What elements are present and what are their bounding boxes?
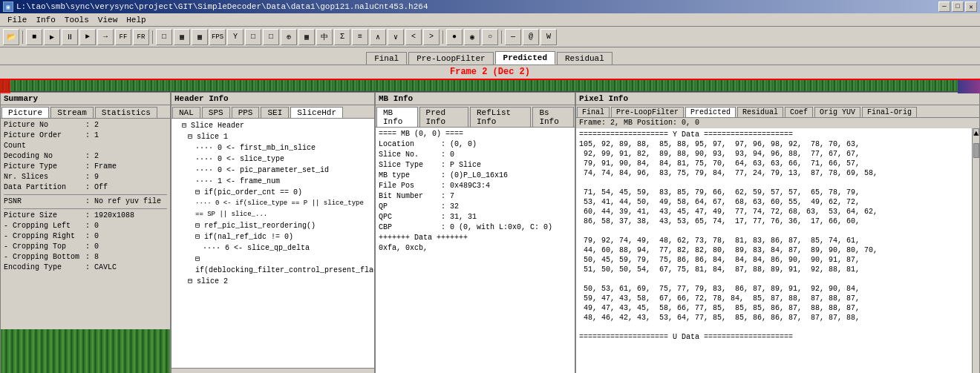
mb-content: ==== MB (0, 0) ==== Location : (0, 0) Sl… xyxy=(376,128,575,373)
tab-sei[interactable]: SEI xyxy=(261,107,289,118)
y-row-8: 79, 92, 74, 49, 48, 62, 73, 78, 81, 83, … xyxy=(579,236,969,245)
tb-cjk[interactable]: 中 xyxy=(316,29,333,45)
tb-w[interactable]: W xyxy=(540,29,557,45)
tab-pixel-final[interactable]: Final xyxy=(577,107,610,117)
tb-open[interactable]: 📂 xyxy=(3,29,19,45)
tab-predicted[interactable]: Predicted xyxy=(495,51,555,65)
y-row-blank2 xyxy=(579,226,969,236)
scroll-thumb[interactable] xyxy=(973,143,979,158)
tb-pause[interactable]: ⏸ xyxy=(62,29,78,45)
sk-cropleft: - Cropping Left xyxy=(4,221,85,231)
tree-pic-order: ⊟ if(pic_order_cnt == 0) xyxy=(173,187,373,198)
tab-picture[interactable]: Picture xyxy=(1,107,49,118)
tb-grid1[interactable]: ▦ xyxy=(174,29,190,45)
sk-cropright: - Cropping Right xyxy=(4,231,85,242)
y-row-blank3 xyxy=(579,274,969,284)
tb-play[interactable]: ▶ xyxy=(44,29,60,45)
tb-down[interactable]: ∨ xyxy=(388,29,404,45)
tb-fr[interactable]: FR xyxy=(133,29,149,45)
mb-qpc: QPC : 31, 31 xyxy=(379,212,572,222)
sv-enctype: : CAVLC xyxy=(85,263,167,273)
tab-sps[interactable]: SPS xyxy=(202,107,230,118)
scroll-up-btn[interactable]: ▲ xyxy=(973,128,979,136)
y-row-blank1 xyxy=(579,178,969,188)
tb-sigma[interactable]: Σ xyxy=(334,29,350,45)
mb-cbp: CBP : 0 (0, with L:0x0, C: 0) xyxy=(379,222,572,233)
sk-datapart: Data Partition xyxy=(4,182,85,193)
tb-circle3[interactable]: ○ xyxy=(482,29,498,45)
y-row-10: 50, 45, 59, 79, 75, 86, 86, 84, 84, 84, … xyxy=(579,255,969,265)
tree-slice-type2: ···· 0 <- if(slice_type == P || slice_ty… xyxy=(173,198,373,220)
mb-filepos: File Pos : 0x489C3:4 xyxy=(379,181,572,191)
tb-plus[interactable]: ⊕ xyxy=(281,29,297,45)
tb-stop[interactable]: ■ xyxy=(26,29,42,45)
tab-final[interactable]: Final xyxy=(366,52,407,65)
tb-next[interactable]: → xyxy=(97,29,114,45)
h-scrollbar[interactable] xyxy=(172,368,374,373)
tb-rect[interactable]: □ xyxy=(156,29,172,45)
sk-picno: Picture No xyxy=(4,120,85,131)
tb-box2[interactable]: □ xyxy=(263,29,279,45)
tb-circle2[interactable]: ◉ xyxy=(464,29,480,45)
tab-pixel-finalorig[interactable]: Final-Orig xyxy=(862,107,917,117)
tab-statistics[interactable]: Statistics xyxy=(95,107,157,118)
menu-info[interactable]: Info xyxy=(31,15,59,25)
header-title: Header Info xyxy=(172,93,374,105)
tab-pps[interactable]: PPS xyxy=(232,107,260,118)
tb-gt[interactable]: > xyxy=(423,29,440,45)
tb-y[interactable]: Y xyxy=(227,29,244,45)
tab-pixel-coef[interactable]: Coef xyxy=(785,107,813,117)
y-row-15: 48, 46, 42, 43, 53, 64, 77, 85, 85, 86, … xyxy=(579,313,969,323)
tab-bs-info[interactable]: Bs Info xyxy=(532,107,574,127)
tb-grid3[interactable]: ▦ xyxy=(298,29,315,45)
summary-sep2 xyxy=(4,208,167,209)
menu-file[interactable]: File xyxy=(3,15,31,25)
tab-reflist-info[interactable]: RefList Info xyxy=(470,107,531,127)
menu-view[interactable]: View xyxy=(94,15,122,25)
header-panel: Header Info NAL SPS PPS SEI SliceHdr ⊟ S… xyxy=(171,92,375,373)
tb-at[interactable]: @ xyxy=(523,29,539,45)
sep3 xyxy=(442,30,443,44)
tb-dash[interactable]: — xyxy=(505,29,521,45)
y-row-5: 53, 41, 44, 50, 49, 58, 64, 67, 68, 63, … xyxy=(579,197,969,207)
sv-datapart: : Off xyxy=(85,182,167,193)
tb-box[interactable]: □ xyxy=(245,29,261,45)
tab-pixel-residual[interactable]: Residual xyxy=(737,107,783,117)
tb-fps[interactable]: FPS xyxy=(209,29,226,45)
sk-poc: Picture Order Count xyxy=(4,131,85,151)
sk-cropbottom: - Cropping Bottom xyxy=(4,252,85,263)
menu-help[interactable]: Help xyxy=(122,15,150,25)
tb-circle1[interactable]: ● xyxy=(446,29,463,45)
tab-slicehdr[interactable]: SliceHdr xyxy=(290,107,343,118)
tree-content: ⊟ Slice Header ⊟ slice 1 ···· 0 <- first… xyxy=(172,119,374,368)
y-row-1: 92, 99, 91, 82, 89, 88, 90, 93, 93, 94, … xyxy=(579,149,969,159)
tab-pred-info[interactable]: Pred Info xyxy=(419,107,468,127)
y-row-blank4 xyxy=(579,323,969,332)
tb-lt[interactable]: < xyxy=(405,29,422,45)
tb-ff[interactable]: FF xyxy=(115,29,131,45)
y-row-9: 44, 60, 88, 94, 77, 82, 82, 80, 89, 83, … xyxy=(579,245,969,255)
mb-sliceno: Slice No. : 0 xyxy=(379,150,572,160)
mb-qp: QP : 32 xyxy=(379,202,572,212)
pixel-data-area: ==================== Y Data ============… xyxy=(576,128,979,373)
tab-nal[interactable]: NAL xyxy=(172,107,200,118)
tab-preloopfilter[interactable]: Pre-LoopFilter xyxy=(408,52,493,65)
y-row-14: 49, 47, 43, 45, 58, 66, 77, 85, 85, 85, … xyxy=(579,303,969,313)
tb-lines[interactable]: ≡ xyxy=(352,29,368,45)
tab-stream[interactable]: Stream xyxy=(50,107,94,118)
tb-up[interactable]: ∧ xyxy=(370,29,386,45)
tab-pixel-predicted[interactable]: Predicted xyxy=(685,107,736,117)
tab-residual[interactable]: Residual xyxy=(557,52,612,65)
tab-pixel-origyuv[interactable]: Orig YUV xyxy=(814,107,860,117)
tb-step-fwd[interactable]: ► xyxy=(79,29,96,45)
maximize-button[interactable]: □ xyxy=(952,1,964,12)
minimize-button[interactable]: ─ xyxy=(938,1,950,12)
menu-tools[interactable]: Tools xyxy=(60,15,94,25)
tab-mb-info[interactable]: MB Info xyxy=(376,107,418,127)
tb-grid2[interactable]: ▦ xyxy=(192,29,208,45)
tab-pixel-preloop[interactable]: Pre-LoopFilter xyxy=(611,107,684,117)
close-button[interactable]: ✕ xyxy=(965,1,977,12)
sv-poc: : 1 xyxy=(85,131,167,151)
pixel-scrollbar[interactable]: ▲ xyxy=(972,128,979,373)
tree-slice1: ⊟ slice 1 xyxy=(173,131,373,142)
